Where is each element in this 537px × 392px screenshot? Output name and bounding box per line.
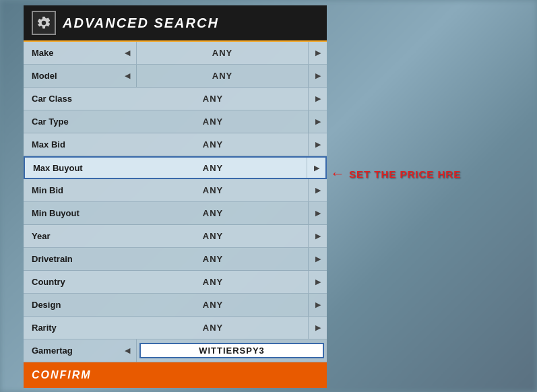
search-row-max-buyout: Max Buyout ANY ▶ bbox=[24, 156, 327, 179]
arrow-right-9[interactable]: ▶ bbox=[308, 248, 327, 270]
search-row-min-buyout: Min Buyout ANY ▶ bbox=[24, 202, 327, 225]
row-value-3: ANY bbox=[118, 117, 308, 127]
row-value-2: ANY bbox=[118, 94, 308, 104]
row-label-2: Car Class bbox=[24, 94, 118, 104]
row-label-11: Design bbox=[24, 300, 118, 310]
confirm-bar[interactable]: CONFIRM bbox=[24, 362, 327, 388]
row-value-6: ANY bbox=[118, 185, 308, 195]
search-row-country: Country ANY ▶ bbox=[24, 271, 327, 294]
row-label-3: Car Type bbox=[24, 117, 118, 127]
arrow-right-10[interactable]: ▶ bbox=[308, 271, 327, 293]
row-value-7: ANY bbox=[118, 208, 308, 218]
row-value-4: ANY bbox=[118, 139, 308, 150]
search-row-design: Design ANY ▶ bbox=[24, 294, 327, 317]
search-rows: Make ◀ ANY ▶ Model ◀ ANY ▶ Car Class ANY… bbox=[24, 42, 327, 339]
search-row-model: Model ◀ ANY ▶ bbox=[24, 65, 327, 88]
panel-title: ADVANCED SEARCH bbox=[63, 15, 219, 31]
annotation-arrow: ← bbox=[330, 165, 345, 183]
row-label-0: Make bbox=[24, 48, 118, 58]
arrow-right-7[interactable]: ▶ bbox=[308, 202, 327, 224]
search-row-min-bid: Min Bid ANY ▶ bbox=[24, 179, 327, 202]
gamertag-arrow-left[interactable]: ◀ bbox=[118, 339, 137, 362]
row-value-8: ANY bbox=[118, 231, 308, 241]
gamertag-input[interactable]: WITTIERSPY3 bbox=[139, 343, 324, 358]
arrow-right-2[interactable]: ▶ bbox=[308, 88, 327, 110]
row-value-5: ANY bbox=[119, 163, 307, 173]
arrow-right-5[interactable]: ▶ bbox=[307, 158, 325, 178]
search-row-rarity: Rarity ANY ▶ bbox=[24, 317, 327, 339]
arrow-right-12[interactable]: ▶ bbox=[308, 317, 327, 339]
arrow-right-0[interactable]: ▶ bbox=[308, 42, 327, 64]
row-label-1: Model bbox=[24, 71, 118, 81]
arrow-left-1[interactable]: ◀ bbox=[118, 65, 137, 87]
row-value-10: ANY bbox=[118, 277, 308, 287]
row-label-8: Year bbox=[24, 231, 118, 241]
row-label-7: Min Buyout bbox=[24, 208, 118, 218]
search-row-year: Year ANY ▶ bbox=[24, 225, 327, 248]
row-label-10: Country bbox=[24, 277, 118, 287]
gamertag-label: Gamertag bbox=[24, 346, 118, 356]
row-value-12: ANY bbox=[118, 323, 308, 333]
annotation: ← SET THE PRICE HRE bbox=[330, 165, 461, 183]
arrow-right-4[interactable]: ▶ bbox=[308, 133, 327, 156]
arrow-right-1[interactable]: ▶ bbox=[308, 65, 327, 87]
row-value-9: ANY bbox=[118, 254, 308, 264]
annotation-text: SET THE PRICE HRE bbox=[349, 168, 461, 180]
row-label-6: Min Bid bbox=[24, 185, 118, 195]
arrow-right-3[interactable]: ▶ bbox=[308, 110, 327, 133]
row-value-1: ANY bbox=[137, 71, 308, 81]
row-value-0: ANY bbox=[137, 48, 308, 58]
search-row-car-class: Car Class ANY ▶ bbox=[24, 88, 327, 110]
row-label-12: Rarity bbox=[24, 323, 118, 333]
row-value-11: ANY bbox=[118, 300, 308, 310]
advanced-search-panel: ADVANCED SEARCH Make ◀ ANY ▶ Model ◀ ANY… bbox=[24, 5, 327, 388]
panel-header: ADVANCED SEARCH bbox=[24, 5, 327, 42]
gear-icon bbox=[32, 11, 56, 35]
row-label-4: Max Bid bbox=[24, 139, 118, 150]
row-label-9: Drivetrain bbox=[24, 254, 118, 264]
confirm-label: CONFIRM bbox=[32, 369, 92, 381]
arrow-left-0[interactable]: ◀ bbox=[118, 42, 137, 64]
arrow-right-11[interactable]: ▶ bbox=[308, 294, 327, 316]
arrow-right-6[interactable]: ▶ bbox=[308, 179, 327, 201]
gamertag-row: Gamertag ◀ WITTIERSPY3 bbox=[24, 339, 327, 362]
search-row-drivetrain: Drivetrain ANY ▶ bbox=[24, 248, 327, 271]
arrow-right-8[interactable]: ▶ bbox=[308, 225, 327, 247]
search-row-car-type: Car Type ANY ▶ bbox=[24, 110, 327, 133]
row-label-5: Max Buyout bbox=[25, 163, 119, 173]
search-row-make: Make ◀ ANY ▶ bbox=[24, 42, 327, 65]
search-row-max-bid: Max Bid ANY ▶ bbox=[24, 133, 327, 156]
